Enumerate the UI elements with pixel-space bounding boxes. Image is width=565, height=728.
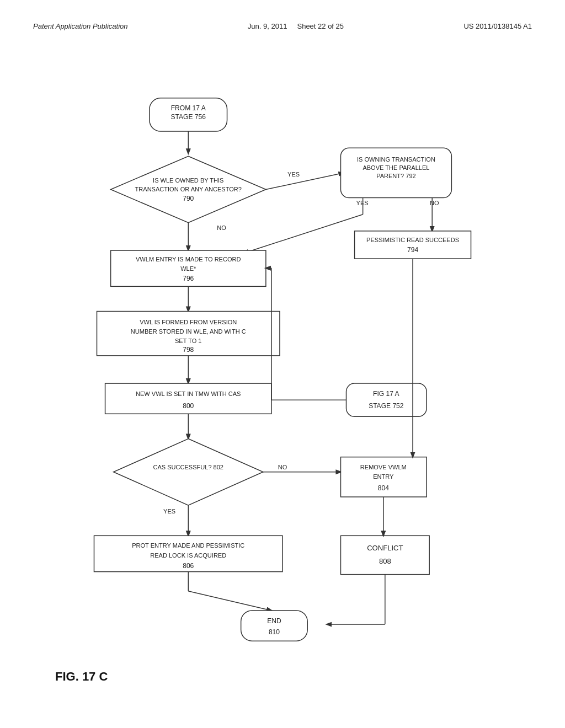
node798-line1: VWL IS FORMED FROM VERSION: [140, 319, 237, 325]
node752-line1: FIG 17 A: [373, 390, 400, 398]
header-right: US 2011/0138145 A1: [463, 22, 532, 30]
svg-line-6: [244, 215, 363, 253]
svg-line-3: [266, 173, 344, 189]
node794-line1: PESSIMISTIC READ SUCCEEDS: [366, 237, 459, 243]
node800-num: 800: [183, 402, 194, 410]
node796-line2: WLE*: [180, 265, 196, 272]
node798-line2: NUMBER STORED IN WLE, AND WITH C: [131, 328, 246, 335]
stage756-line1: FROM 17 A: [171, 104, 206, 112]
node810-num: 810: [269, 628, 280, 636]
node806-num: 806: [183, 562, 194, 570]
header-left: Patent Application Publication: [33, 22, 128, 30]
header-center: Jun. 9, 2011 Sheet 22 of 25: [248, 22, 344, 30]
node808-line1: CONFLICT: [367, 544, 403, 552]
svg-rect-15: [347, 383, 427, 416]
flowchart-area: FROM 17 A STAGE 756 IS WLE OWNED BY THIS…: [33, 72, 532, 673]
yes-label-802: YES: [163, 508, 175, 515]
patent-page: Patent Application Publication Jun. 9, 2…: [0, 0, 565, 728]
node804-line2: ENTRY: [373, 473, 394, 480]
svg-line-24: [188, 591, 271, 611]
flowchart-svg: FROM 17 A STAGE 756 IS WLE OWNED BY THIS…: [33, 72, 532, 673]
svg-marker-17: [114, 439, 263, 506]
node796-line1: VWLM ENTRY IS MADE TO RECORD: [136, 256, 241, 263]
node806-line1: PROT ENTRY MADE AND PESSIMISTIC: [132, 542, 244, 549]
page-header: Patent Application Publication Jun. 9, 2…: [33, 22, 532, 30]
node792-line3: PARENT? 792: [376, 173, 416, 179]
node808-num: 808: [379, 557, 391, 565]
node810-line1: END: [267, 617, 281, 625]
node752-line2: STAGE 752: [369, 402, 404, 410]
no-label-792: NO: [430, 200, 439, 206]
node796-num: 796: [183, 275, 194, 282]
node792-line1: IS OWNING TRANSACTION: [357, 156, 435, 163]
yes-label-790: YES: [287, 171, 300, 178]
stage756-line2: STAGE 756: [171, 113, 206, 121]
no-label-790: NO: [217, 224, 226, 231]
node800-line1: NEW VWL IS SET IN TMW WITH CAS: [136, 390, 241, 397]
node790-line1: IS WLE OWNED BY THIS: [153, 177, 223, 184]
no-label-802: NO: [278, 464, 287, 470]
node790-num: 790: [183, 195, 194, 202]
svg-rect-8: [355, 231, 471, 259]
node804-line1: REMOVE VWLM: [360, 464, 407, 470]
node792-line2: ABOVE THE PARALLEL: [363, 164, 429, 171]
node802-line1: CAS SUCCESSFUL? 802: [153, 464, 223, 470]
svg-rect-22: [340, 536, 429, 574]
node798-line3: SET TO 1: [175, 338, 201, 344]
node806-line2: READ LOCK IS ACQUIRED: [150, 552, 226, 559]
yes-label-792: YES: [356, 200, 369, 206]
node794-num: 794: [407, 246, 418, 254]
node804-num: 804: [378, 484, 389, 492]
figure-label: FIG. 17 C: [55, 670, 108, 684]
node798-num: 798: [183, 346, 194, 354]
svg-rect-27: [241, 611, 308, 641]
node790-line2: TRANSACTION OR ANY ANCESTOR?: [135, 186, 242, 192]
